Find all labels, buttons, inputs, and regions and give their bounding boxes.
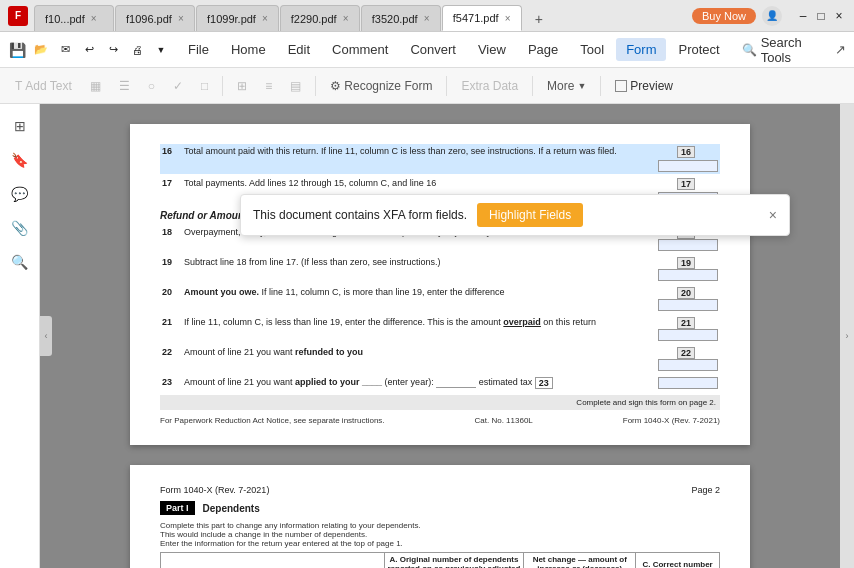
redo-icon[interactable]: ↪ <box>102 39 124 61</box>
select-icon: ▦ <box>90 79 101 93</box>
expand-icon[interactable]: ↗ <box>830 38 849 62</box>
menu-bar-right: 🔍 Search Tools ↗ ⚙ ⋯ <box>732 31 854 69</box>
line-21-input[interactable] <box>658 329 718 341</box>
line-16-input[interactable] <box>658 160 718 172</box>
form-btn-2[interactable]: ≡ <box>258 76 279 96</box>
sidebar-bookmark-icon[interactable]: 🔖 <box>6 146 34 174</box>
main-container: ⊞ 🔖 💬 📎 🔍 ‹ This document contains XFA f… <box>0 104 854 568</box>
tab-f5471[interactable]: f5471.pdf × <box>442 5 522 31</box>
open-icon[interactable]: 📂 <box>30 39 52 61</box>
line-20-input[interactable] <box>658 299 718 311</box>
page-2-header: Form 1040-X (Rev. 7-2021) Page 2 <box>160 485 720 495</box>
form-btn-3[interactable]: ▤ <box>283 76 308 96</box>
dropdown-icon[interactable]: ▼ <box>150 39 172 61</box>
line-22-row: 22 Amount of line 21 you want refunded t… <box>160 345 720 373</box>
menu-comment[interactable]: Comment <box>322 38 398 61</box>
notification-close-icon[interactable]: × <box>769 207 777 223</box>
tab-f10pdf[interactable]: f10...pdf × <box>34 5 114 31</box>
select-tool-button[interactable]: ▦ <box>83 76 108 96</box>
more-button[interactable]: More ▼ <box>540 76 593 96</box>
email-icon[interactable]: ✉ <box>54 39 76 61</box>
xfa-notification-banner: This document contains XFA form fields. … <box>240 194 790 236</box>
menu-tool[interactable]: Tool <box>570 38 614 61</box>
check-icon: ✓ <box>173 79 183 93</box>
sidebar-right[interactable]: › <box>840 104 854 568</box>
align-icon: ☰ <box>119 79 130 93</box>
menu-file[interactable]: File <box>178 38 219 61</box>
menu-form[interactable]: Form <box>616 38 666 61</box>
line-16-text: Total amount paid with this return. If l… <box>184 146 654 156</box>
notification-text: This document contains XFA form fields. <box>253 208 467 222</box>
sidebar-toggle-button[interactable]: ‹ <box>40 316 52 356</box>
col-correct-header: C. Correct number <box>636 553 720 569</box>
highlight-fields-button[interactable]: Highlight Fields <box>477 203 583 227</box>
tab-f1099r[interactable]: f1099r.pdf × <box>196 5 279 31</box>
add-tab-button[interactable]: + <box>527 7 551 31</box>
circle-icon: ○ <box>148 79 155 93</box>
pdf-page-1: 16 Total amount paid with this return. I… <box>130 124 750 445</box>
page-label: Page 2 <box>691 485 720 495</box>
tab-f2290[interactable]: f2290.pdf × <box>280 5 360 31</box>
recognize-form-button[interactable]: ⚙ Recognize Form <box>323 76 439 96</box>
tab-close-f1096[interactable]: × <box>178 13 184 24</box>
tab-close-f3520[interactable]: × <box>424 13 430 24</box>
form-footer-1: For Paperwork Reduction Act Notice, see … <box>160 416 720 425</box>
tab-close-f2290[interactable]: × <box>343 13 349 24</box>
separator-2 <box>315 76 316 96</box>
separator-1 <box>222 76 223 96</box>
tab-close-f5471[interactable]: × <box>505 13 511 24</box>
minimize-button[interactable]: – <box>796 9 810 23</box>
box-button[interactable]: □ <box>194 76 215 96</box>
tab-close-f1099r[interactable]: × <box>262 13 268 24</box>
search-tools-button[interactable]: 🔍 Search Tools <box>732 31 827 69</box>
part-label: Part I <box>160 501 195 515</box>
title-bar-right: Buy Now 👤 – □ × <box>692 6 846 26</box>
dependents-changes-table: A. Original number of dependents reporte… <box>160 552 720 568</box>
close-button[interactable]: × <box>832 9 846 23</box>
app-icon: F <box>8 6 28 26</box>
menu-home[interactable]: Home <box>221 38 276 61</box>
sidebar-pages-icon[interactable]: ⊞ <box>6 112 34 140</box>
preview-button[interactable]: Preview <box>608 76 680 96</box>
menu-protect[interactable]: Protect <box>668 38 729 61</box>
check-button[interactable]: ✓ <box>166 76 190 96</box>
circle-button[interactable]: ○ <box>141 76 162 96</box>
maximize-button[interactable]: □ <box>814 9 828 23</box>
line-19-input[interactable] <box>658 269 718 281</box>
addtext-icon: T <box>15 79 22 93</box>
line-20-row: 20 Amount you owe. If line 11, column C,… <box>160 285 720 313</box>
toolbar: T Add Text ▦ ☰ ○ ✓ □ ⊞ ≡ ▤ ⚙ Recognize F… <box>0 68 854 104</box>
complete-sign-line: Complete and sign this form on page 2. <box>160 395 720 410</box>
line-16-boxes: 16 <box>654 146 718 172</box>
sidebar-search-icon[interactable]: 🔍 <box>6 248 34 276</box>
menu-page[interactable]: Page <box>518 38 568 61</box>
tab-f3520[interactable]: f3520.pdf × <box>361 5 441 31</box>
user-icon[interactable]: 👤 <box>762 6 782 26</box>
tab-f1096[interactable]: f1096.pdf × <box>115 5 195 31</box>
add-text-button[interactable]: T Add Text <box>8 76 79 96</box>
menu-view[interactable]: View <box>468 38 516 61</box>
line-16-row: 16 Total amount paid with this return. I… <box>160 144 720 174</box>
buy-now-button[interactable]: Buy Now <box>692 8 756 24</box>
content-area[interactable]: This document contains XFA form fields. … <box>40 104 840 568</box>
quick-access: 💾 📂 ✉ ↩ ↪ 🖨 ▼ <box>6 39 172 61</box>
extra-data-button[interactable]: Extra Data <box>454 76 525 96</box>
sidebar-attachment-icon[interactable]: 📎 <box>6 214 34 242</box>
menu-convert[interactable]: Convert <box>400 38 466 61</box>
line-21-row: 21 If line 11, column C, is less than li… <box>160 315 720 343</box>
more-chevron-icon: ▼ <box>577 81 586 91</box>
save-icon[interactable]: 💾 <box>6 39 28 61</box>
menu-edit[interactable]: Edit <box>278 38 320 61</box>
align-button[interactable]: ☰ <box>112 76 137 96</box>
form-id-footer: Form 1040-X (Rev. 7-2021) <box>623 416 720 425</box>
pdf-page-2: Form 1040-X (Rev. 7-2021) Page 2 Part I … <box>130 465 750 568</box>
line-23-input[interactable] <box>658 377 718 389</box>
line-22-input[interactable] <box>658 359 718 371</box>
sidebar-comment-icon[interactable]: 💬 <box>6 180 34 208</box>
undo-icon[interactable]: ↩ <box>78 39 100 61</box>
tab-close-f10[interactable]: × <box>91 13 97 24</box>
form-btn-1[interactable]: ⊞ <box>230 76 254 96</box>
form-icon-3: ▤ <box>290 79 301 93</box>
line-18-input[interactable] <box>658 239 718 251</box>
print-icon[interactable]: 🖨 <box>126 39 148 61</box>
